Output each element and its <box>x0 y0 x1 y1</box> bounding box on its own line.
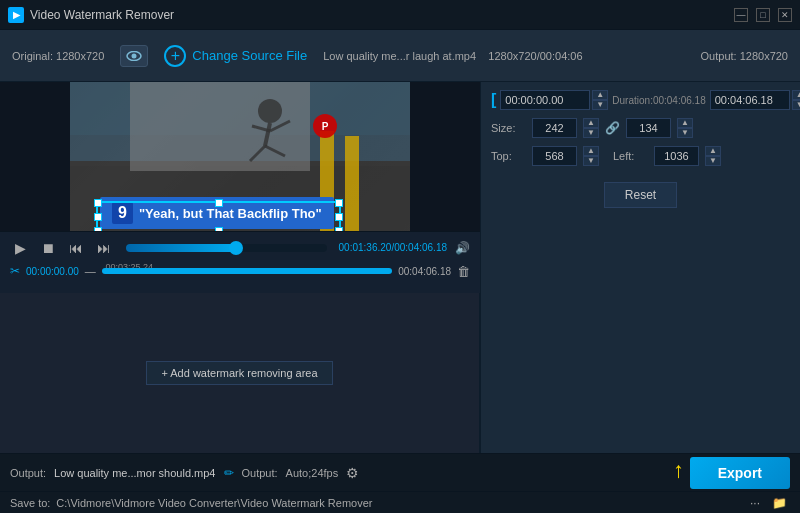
clip-range-fill <box>102 268 392 274</box>
add-watermark-area-button[interactable]: + Add watermark removing area <box>146 361 332 385</box>
playback-controls: ▶ ⏹ ⏮ ⏭ 00:01:36.20/00:04:06.18 🔊 <box>10 238 470 258</box>
output-label: Output: <box>10 467 46 479</box>
scissor-icon: ✂ <box>10 264 20 278</box>
svg-point-1 <box>132 53 137 58</box>
save-row: Save to: C:\Vidmore\Vidmore Video Conver… <box>0 491 800 513</box>
top-spinners: ▲ ▼ <box>583 146 599 166</box>
subtitle-text: "Yeah, but That Backflip Tho" <box>139 206 322 221</box>
start-time-group: ▲ ▼ <box>500 90 608 110</box>
height-spinners: ▲ ▼ <box>677 118 693 138</box>
titlebar: ▶ Video Watermark Remover — □ ✕ <box>0 0 800 30</box>
start-time-input[interactable] <box>500 90 590 110</box>
save-path: C:\Vidmore\Vidmore Video Converter\Video… <box>56 497 741 509</box>
size-row: Size: ▲ ▼ 🔗 ▲ ▼ <box>491 118 790 138</box>
output-file: Low quality me...mor should.mp4 <box>54 467 215 479</box>
volume-button[interactable]: 🔊 <box>455 241 470 255</box>
right-panel: [ ▲ ▼ Duration:00:04:06.18 ▲ ▼ ] <box>480 82 800 453</box>
file-name: Low quality me...r laugh at.mp4 <box>323 50 476 62</box>
reset-container: Reset <box>491 178 790 208</box>
width-input[interactable] <box>532 118 577 138</box>
left-label: Left: <box>613 150 648 162</box>
file-info: Low quality me...r laugh at.mp4 1280x720… <box>323 50 684 62</box>
clip-trash-button[interactable]: 🗑 <box>457 264 470 279</box>
bottom-controls: Output: Low quality me...mor should.mp4 … <box>0 453 800 491</box>
svg-text:P: P <box>322 121 329 132</box>
width-up[interactable]: ▲ <box>583 118 599 128</box>
plus-circle-icon: + <box>164 45 186 67</box>
original-resolution: Original: 1280x720 <box>12 50 104 62</box>
start-time-spinners: ▲ ▼ <box>592 90 608 110</box>
window-controls: — □ ✕ <box>734 8 792 22</box>
end-time-up[interactable]: ▲ <box>792 90 800 100</box>
svg-rect-6 <box>345 136 359 230</box>
minimize-button[interactable]: — <box>734 8 748 22</box>
app-title: Video Watermark Remover <box>30 8 734 22</box>
maximize-button[interactable]: □ <box>756 8 770 22</box>
settings-gear-button[interactable]: ⚙ <box>346 465 359 481</box>
end-time-group: ▲ ▼ <box>710 90 800 110</box>
start-time-up[interactable]: ▲ <box>592 90 608 100</box>
position-row: Top: ▲ ▼ Left: ▲ ▼ <box>491 146 790 166</box>
save-to-label: Save to: <box>10 497 50 509</box>
app-container: ▶ Video Watermark Remover — □ ✕ Original… <box>0 0 800 513</box>
left-spinners: ▲ ▼ <box>705 146 721 166</box>
export-button[interactable]: Export <box>690 457 790 489</box>
file-meta: 1280x720/00:04:06 <box>488 50 582 62</box>
start-time-down[interactable]: ▼ <box>592 100 608 110</box>
video-frame: P 9 "Yeah, but That Backflip <box>70 82 410 231</box>
add-area-section: + Add watermark removing area <box>0 293 480 454</box>
clip-range-bar[interactable] <box>102 268 392 274</box>
link-icon: 🔗 <box>605 121 620 135</box>
left-down[interactable]: ▼ <box>705 156 721 166</box>
height-input[interactable] <box>626 118 671 138</box>
total-time: 00:04:06.18 <box>394 242 447 253</box>
end-time-spinners: ▲ ▼ <box>792 90 800 110</box>
bracket-left: [ <box>491 91 496 109</box>
end-time-down[interactable]: ▼ <box>792 100 800 110</box>
top-down[interactable]: ▼ <box>583 156 599 166</box>
duration-label: Duration:00:04:06.18 <box>612 95 705 106</box>
width-down[interactable]: ▼ <box>583 128 599 138</box>
clip-end-time: 00:04:06.18 <box>398 266 451 277</box>
output-settings-label: Output: <box>242 467 278 479</box>
top-label: Top: <box>491 150 526 162</box>
eye-icon <box>126 51 142 61</box>
height-down[interactable]: ▼ <box>677 128 693 138</box>
height-up[interactable]: ▲ <box>677 118 693 128</box>
left-input[interactable] <box>654 146 699 166</box>
save-path-dots-button[interactable]: ··· <box>747 496 763 510</box>
frame-back-button[interactable]: ⏮ <box>66 238 86 258</box>
video-preview: P 9 "Yeah, but That Backflip <box>0 82 480 231</box>
timeline-fill <box>126 244 236 252</box>
app-icon: ▶ <box>8 7 24 23</box>
subtitle-number: 9 <box>112 202 133 224</box>
play-button[interactable]: ▶ <box>10 238 30 258</box>
end-time-input[interactable] <box>710 90 790 110</box>
change-source-label: Change Source File <box>192 48 307 63</box>
edit-output-button[interactable]: ✏ <box>224 466 234 480</box>
video-content: P 9 "Yeah, but That Backflip <box>70 82 410 231</box>
arrow-indicator: ↓ <box>673 460 684 486</box>
top-up[interactable]: ▲ <box>583 146 599 156</box>
eye-button[interactable] <box>120 45 148 67</box>
reset-button[interactable]: Reset <box>604 182 677 208</box>
save-path-folder-button[interactable]: 📁 <box>769 496 790 510</box>
size-label: Size: <box>491 122 526 134</box>
timeline-thumb[interactable] <box>229 241 243 255</box>
svg-rect-4 <box>130 82 310 171</box>
timeline-bar[interactable] <box>126 244 327 252</box>
output-settings-val: Auto;24fps <box>286 467 339 479</box>
left-area: P 9 "Yeah, but That Backflip <box>0 82 480 453</box>
clip-start-time: 00:00:00.00 <box>26 266 79 277</box>
stop-button[interactable]: ⏹ <box>38 238 58 258</box>
top-input[interactable] <box>532 146 577 166</box>
clip-separator: — <box>85 265 96 277</box>
frame-forward-button[interactable]: ⏭ <box>94 238 114 258</box>
left-up[interactable]: ▲ <box>705 146 721 156</box>
close-button[interactable]: ✕ <box>778 8 792 22</box>
svg-point-9 <box>258 99 282 123</box>
change-source-button[interactable]: + Change Source File <box>164 45 307 67</box>
width-spinners: ▲ ▼ <box>583 118 599 138</box>
clip-range-row: ✂ 00:00:00.00 — 00:04:06.18 🗑 <box>10 264 470 279</box>
timeline: ▶ ⏹ ⏮ ⏭ 00:01:36.20/00:04:06.18 🔊 00:03:… <box>0 231 480 293</box>
